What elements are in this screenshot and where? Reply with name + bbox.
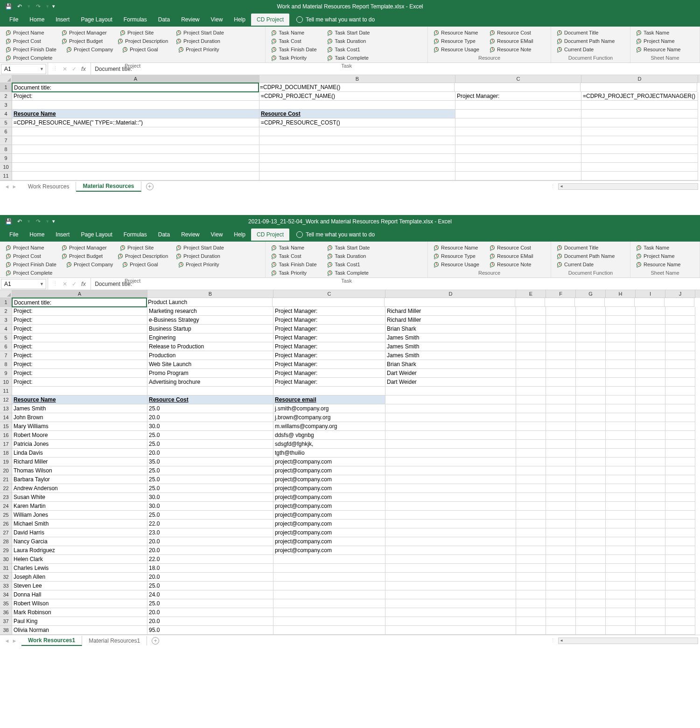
cell[interactable] [606,502,636,511]
cell[interactable] [606,431,636,440]
cell[interactable]: project@company.com [273,537,385,546]
menu-formulas[interactable]: Formulas [118,229,153,241]
cell[interactable] [606,307,636,316]
cell[interactable] [665,431,695,440]
cell[interactable] [546,351,576,360]
cell[interactable] [546,449,576,458]
cell[interactable] [576,520,606,528]
menu-page-layout[interactable]: Page Layout [75,14,118,26]
cell[interactable] [665,484,695,493]
cell[interactable] [636,617,665,626]
cell[interactable]: Susan White [12,493,147,502]
cell[interactable]: 25.0 [147,582,273,590]
cell[interactable] [576,378,606,387]
cell[interactable] [636,422,665,431]
row-header[interactable]: 14 [0,413,12,422]
cell[interactable] [546,502,576,511]
cell[interactable] [273,626,385,635]
cell[interactable] [581,136,698,145]
ribbon-resource-note[interactable]: Resource Note [487,45,543,54]
cell[interactable] [546,440,576,449]
cell[interactable] [546,617,576,626]
cell[interactable]: Project Manager: [273,378,385,387]
cell[interactable] [385,298,515,307]
cell[interactable] [606,475,636,484]
row-header[interactable]: 24 [0,502,12,511]
select-all-corner[interactable] [0,75,12,83]
cell[interactable] [273,608,385,617]
cell[interactable] [12,127,259,136]
cell[interactable] [581,154,698,163]
cell[interactable] [273,555,385,564]
menu-insert[interactable]: Insert [50,229,75,241]
col-header-b[interactable]: B [147,290,273,298]
ribbon-task-name[interactable]: Task Name [633,243,694,252]
cell[interactable] [546,422,576,431]
cell[interactable] [665,564,695,573]
cell[interactable]: James Smith [12,404,147,413]
cell[interactable] [636,626,665,635]
menu-data[interactable]: Data [153,14,175,26]
row-header[interactable]: 18 [0,449,12,458]
menu-formulas[interactable]: Formulas [118,14,153,26]
ribbon-project-name[interactable]: Project Name [633,37,694,45]
cell[interactable] [665,555,695,564]
cell[interactable]: 20.0 [147,608,273,617]
cell[interactable] [546,333,576,342]
row-header[interactable]: 4 [0,325,12,333]
cell[interactable] [385,528,516,537]
cell[interactable] [581,83,697,92]
cell[interactable] [581,101,698,110]
cell[interactable] [636,431,665,440]
cell[interactable] [385,564,516,573]
save-icon[interactable]: 💾 [4,2,13,11]
col-header-d[interactable]: D [385,290,516,298]
ribbon-resource-email[interactable]: Resource EMail [487,37,543,45]
ribbon-project-description[interactable]: Project Description [115,252,173,260]
cell[interactable] [273,617,385,626]
menu-cd-project[interactable]: CD Project [251,14,289,26]
cell[interactable] [516,449,546,458]
cell[interactable]: Project Manager: [273,333,385,342]
cell[interactable] [606,573,636,582]
cell[interactable]: Patricia Jones [12,440,147,449]
cell[interactable] [516,511,546,520]
cell[interactable] [581,145,698,154]
cell[interactable]: =CDPRJ_RESOURCE_COST() [259,118,455,127]
cell[interactable] [665,617,695,626]
cell[interactable] [576,564,606,573]
cell[interactable] [606,325,636,333]
cell[interactable] [636,333,665,342]
ribbon-project-complete[interactable]: Project Complete [3,54,59,62]
cell[interactable] [665,590,695,599]
redo-icon[interactable]: ↷ [34,2,43,11]
cell[interactable] [12,145,259,154]
cell[interactable] [665,307,695,316]
col-header-a[interactable]: A [12,75,259,83]
cell[interactable] [575,298,605,307]
cell[interactable] [576,608,606,617]
cell[interactable]: Resource Cost [259,110,455,118]
cell[interactable] [385,466,516,475]
cell[interactable]: Karen Martin [12,502,147,511]
cell[interactable]: Olivia Norman [12,626,147,635]
cell[interactable]: 25.0 [147,466,273,475]
ribbon-current-date[interactable]: Current Date [554,260,624,269]
cell[interactable] [12,163,259,172]
cell[interactable] [605,298,635,307]
cell[interactable]: Marketing research [147,307,273,316]
cell[interactable] [606,449,636,458]
cell[interactable] [665,582,695,590]
cell[interactable] [516,502,546,511]
cell[interactable] [259,127,455,136]
cell[interactable] [516,431,546,440]
cell[interactable] [665,466,695,475]
row-header[interactable]: 4 [0,110,12,118]
row-header[interactable]: 9 [0,369,12,378]
cell[interactable]: 95.0 [147,626,273,635]
ribbon-project-description[interactable]: Project Description [115,37,173,45]
cell[interactable] [665,387,695,395]
cell[interactable] [546,404,576,413]
cell[interactable] [606,378,636,387]
cell[interactable]: Richard Miller [385,316,516,325]
